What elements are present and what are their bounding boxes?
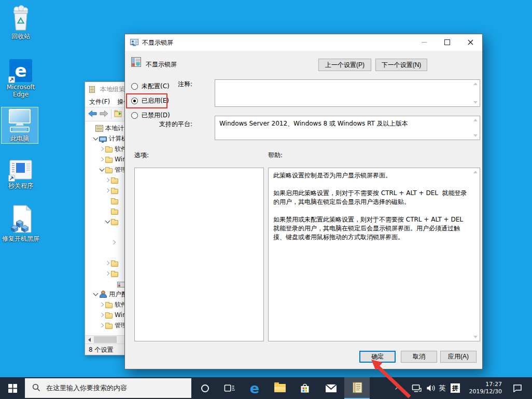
forward-arrow-icon[interactable] <box>100 110 108 119</box>
chevron-right-icon[interactable] <box>104 189 111 192</box>
language-indicator[interactable]: 英 <box>436 377 449 399</box>
gpedit-titlebar[interactable]: 本地组策略编辑器 <box>85 82 124 97</box>
tree-item[interactable]: 管理模板 <box>85 320 124 331</box>
tree-item[interactable] <box>85 237 124 247</box>
dialog-titlebar[interactable]: 不显示锁屏 <box>125 34 482 51</box>
app-window-icon <box>2 157 39 181</box>
tree-item[interactable] <box>85 268 124 279</box>
comment-textbox[interactable] <box>215 79 480 107</box>
tree-item[interactable] <box>85 175 124 185</box>
minimize-button[interactable] <box>412 34 436 50</box>
taskbar-clock[interactable]: 17:27 2019/12/30 <box>469 377 502 399</box>
supported-on-textbox[interactable]: Windows Server 2012、Windows 8 或 Windows … <box>215 116 480 140</box>
radio-disabled[interactable]: 已禁用(D) <box>131 111 170 120</box>
tree-item[interactable]: 计算机配置 <box>85 133 124 144</box>
scroll-up-arrow-icon[interactable] <box>473 171 478 173</box>
gpedit-scroll-icon <box>352 381 363 394</box>
chevron-right-icon[interactable] <box>99 313 105 317</box>
chevron-down-icon[interactable] <box>104 221 111 223</box>
chevron-right-icon[interactable] <box>104 272 111 275</box>
start-button[interactable] <box>0 377 25 399</box>
back-arrow-icon[interactable] <box>88 110 97 119</box>
desktop-icon-microsoft-edge[interactable]: e Microsoft Edge <box>2 54 39 99</box>
clock-date: 2019/12/30 <box>469 388 502 395</box>
chevron-right-icon[interactable] <box>99 303 105 306</box>
chevron-right-icon[interactable] <box>99 158 105 161</box>
chevron-right-icon[interactable] <box>104 262 111 265</box>
gpedit-window-title: 本地组策略编辑器 <box>100 85 124 94</box>
action-center-button[interactable] <box>508 377 527 399</box>
radio-circle-icon[interactable] <box>131 83 138 90</box>
chevron-down-icon[interactable] <box>92 294 99 295</box>
chevron-right-icon[interactable] <box>99 147 105 150</box>
apply-button[interactable]: 应用(A) <box>440 351 477 363</box>
scroll-down-arrow-icon[interactable] <box>473 101 478 104</box>
desktop-icon-this-pc[interactable]: 此电脑 <box>1 107 38 144</box>
gpedit-statusbar: 8 个设置 <box>85 343 124 355</box>
help-panel[interactable]: 此策略设置控制是否为用户显示锁屏界面。 如果启用此策略设置，则对于不需要按 CT… <box>268 168 480 341</box>
gpedit-toolbar <box>85 107 124 121</box>
chevron-down-icon[interactable] <box>92 138 99 140</box>
scroll-up-arrow-icon[interactable] <box>473 119 478 121</box>
desktop-icon-recycle-bin[interactable]: 回收站 <box>2 3 39 41</box>
tree-item[interactable] <box>85 185 124 196</box>
task-view-button[interactable] <box>220 377 238 399</box>
file-explorer-icon <box>274 384 286 392</box>
chevron-right-icon[interactable] <box>99 324 105 327</box>
tree-item[interactable]: Windows 设置 <box>85 310 124 320</box>
chevron-right-icon[interactable] <box>104 178 111 182</box>
cancel-button[interactable]: 取消 <box>401 351 437 363</box>
cortana-button[interactable] <box>196 377 214 399</box>
tree-item[interactable]: Windows 设置 <box>85 154 124 164</box>
tree-item[interactable] <box>85 206 124 216</box>
menu-file[interactable]: 文件(F) <box>89 98 110 106</box>
folder-icon <box>111 178 118 184</box>
gpedit-taskbar-button[interactable] <box>344 377 370 399</box>
radio-circle-icon[interactable] <box>131 112 138 119</box>
next-setting-button[interactable]: 下一个设置(N) <box>375 59 427 71</box>
maximize-button[interactable] <box>436 34 459 50</box>
tree-item[interactable] <box>85 196 124 206</box>
tray-overflow-button[interactable] <box>391 377 405 399</box>
mail-button[interactable] <box>322 377 340 399</box>
store-button[interactable] <box>296 377 314 399</box>
desktop-icon-label: 修复开机黑屏 <box>0 235 41 242</box>
close-button[interactable] <box>459 34 482 50</box>
supported-on-value: Windows Server 2012、Windows 8 或 Windows … <box>219 119 468 128</box>
scroll-up-arrow-icon[interactable] <box>473 82 478 85</box>
tree-item[interactable] <box>85 227 124 237</box>
ok-button[interactable]: 确定 <box>359 351 396 363</box>
gpedit-menubar: 文件(F) 操作(A) <box>85 97 124 107</box>
volume-tray-button[interactable] <box>423 377 438 399</box>
tree-item[interactable]: 本地计算机 策略 <box>85 123 124 133</box>
export-list-icon[interactable] <box>114 110 122 119</box>
cortana-icon <box>201 384 209 392</box>
tree-item[interactable]: 软件设置 <box>85 144 124 154</box>
scrollbar-thumb[interactable] <box>94 336 117 343</box>
chevron-right-icon[interactable] <box>110 241 117 244</box>
horizontal-scrollbar[interactable] <box>85 335 124 343</box>
tree-item[interactable]: 软件设置 <box>85 299 124 310</box>
tree-item[interactable] <box>85 258 124 268</box>
desktop-icon-miaoguan[interactable]: 秒关程序 <box>2 156 39 190</box>
file-explorer-button[interactable] <box>271 377 289 399</box>
tree-item[interactable] <box>85 247 124 258</box>
network-tray-button[interactable] <box>409 377 424 399</box>
edge-taskbar-button[interactable]: e <box>246 377 263 399</box>
dialog-title: 不显示锁屏 <box>142 38 173 47</box>
desktop-icon-fix-black-screen[interactable]: 修复开机黑屏 <box>0 203 41 243</box>
tree-item[interactable] <box>85 216 124 227</box>
chevron-down-icon[interactable] <box>99 169 105 171</box>
taskbar-search-box[interactable]: 在这里输入你要搜索的内容 <box>25 378 191 398</box>
previous-setting-button[interactable]: 上一个设置(P) <box>318 59 371 71</box>
tree-item[interactable] <box>85 279 124 289</box>
scroll-down-arrow-icon[interactable] <box>473 336 478 338</box>
folder-icon <box>111 199 118 204</box>
menu-action[interactable]: 操作(A) <box>117 98 124 106</box>
scroll-left-arrow-icon[interactable] <box>85 336 93 343</box>
scroll-down-arrow-icon[interactable] <box>473 134 478 137</box>
tree-item[interactable]: 管理模板 <box>85 164 124 175</box>
folder-icon <box>111 220 118 225</box>
ime-indicator[interactable]: 拼 <box>448 377 463 399</box>
tree-item[interactable]: 用户配置 <box>85 289 124 299</box>
